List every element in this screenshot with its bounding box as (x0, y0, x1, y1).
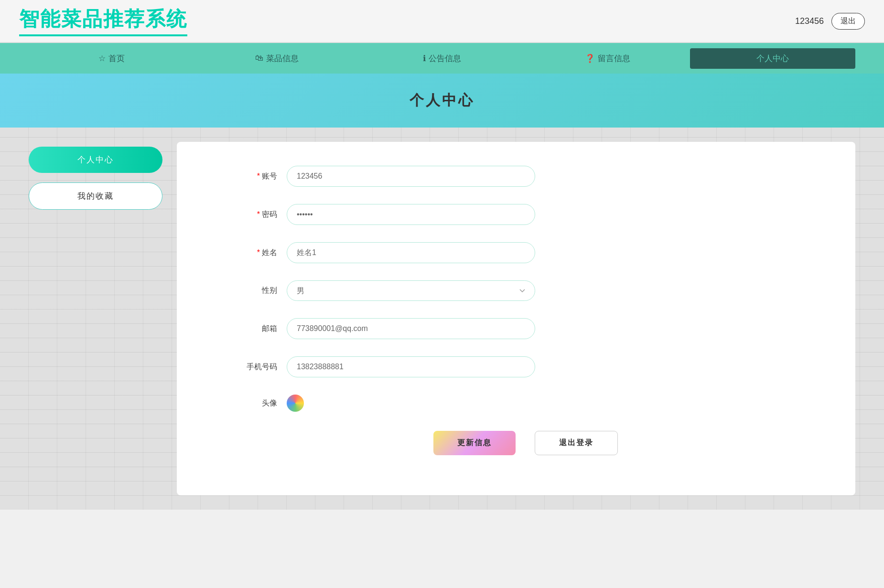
nav-item-dishes[interactable]: 🛍 菜品信息 (194, 48, 359, 69)
select-gender[interactable]: 男 女 (287, 280, 535, 301)
input-email[interactable] (287, 318, 535, 339)
logout-button[interactable]: 退出登录 (535, 431, 618, 455)
form-row-name: *姓名 (234, 242, 817, 263)
form-area: *账号 *密码 *姓名 性别 男 女 邮箱 (177, 142, 855, 495)
required-star-name: * (257, 248, 260, 257)
label-password: *密码 (234, 210, 277, 220)
form-row-phone: 手机号码 (234, 356, 817, 377)
page-title: 个人中心 (410, 92, 474, 108)
update-info-button[interactable]: 更新信息 (433, 431, 516, 455)
label-avatar: 头像 (234, 398, 277, 408)
home-icon: ☆ (98, 53, 106, 64)
required-star-password: * (257, 210, 260, 218)
page-banner: 个人中心 (0, 74, 884, 128)
form-row-gender: 性别 男 女 (234, 280, 817, 301)
nav-label-notice: 公告信息 (429, 53, 461, 64)
label-account: *账号 (234, 171, 277, 182)
nav-item-messages[interactable]: ❓ 留言信息 (525, 48, 690, 69)
dishes-icon: 🛍 (255, 53, 263, 63)
app-logo: 智能菜品推荐系统 (19, 6, 187, 36)
nav-item-profile[interactable]: 个人中心 (690, 48, 855, 69)
nav-label-dishes: 菜品信息 (266, 53, 299, 64)
input-account[interactable] (287, 166, 535, 187)
header-logout-button[interactable]: 退出 (831, 13, 865, 30)
form-row-email: 邮箱 (234, 318, 817, 339)
input-phone[interactable] (287, 356, 535, 377)
header: 智能菜品推荐系统 123456 退出 (0, 0, 884, 43)
input-password[interactable] (287, 204, 535, 225)
header-right: 123456 退出 (795, 13, 865, 30)
label-phone: 手机号码 (234, 362, 277, 372)
nav-label-profile: 个人中心 (756, 53, 789, 64)
input-name[interactable] (287, 242, 535, 263)
form-row-password: *密码 (234, 204, 817, 225)
label-gender: 性别 (234, 286, 277, 296)
form-actions: 更新信息 退出登录 (234, 431, 817, 455)
form-row-avatar: 头像 (234, 395, 817, 412)
navbar: ☆ 首页 🛍 菜品信息 ℹ 公告信息 ❓ 留言信息 个人中心 (0, 43, 884, 74)
form-row-account: *账号 (234, 166, 817, 187)
sidebar-item-profile[interactable]: 个人中心 (29, 147, 162, 173)
sidebar-item-favorites[interactable]: 我的收藏 (29, 182, 162, 210)
avatar-upload-button[interactable] (287, 395, 304, 412)
messages-icon: ❓ (585, 53, 595, 64)
header-username: 123456 (795, 16, 824, 26)
nav-item-notice[interactable]: ℹ 公告信息 (359, 48, 525, 69)
nav-item-home[interactable]: ☆ 首页 (29, 48, 194, 69)
nav-label-messages: 留言信息 (598, 53, 630, 64)
sidebar: 个人中心 我的收藏 (29, 142, 162, 495)
required-star-account: * (257, 172, 260, 180)
label-email: 邮箱 (234, 324, 277, 334)
label-name: *姓名 (234, 248, 277, 258)
main-content: 个人中心 我的收藏 *账号 *密码 *姓名 性别 (0, 128, 884, 510)
nav-label-home: 首页 (108, 53, 125, 64)
notice-icon: ℹ (423, 53, 426, 64)
